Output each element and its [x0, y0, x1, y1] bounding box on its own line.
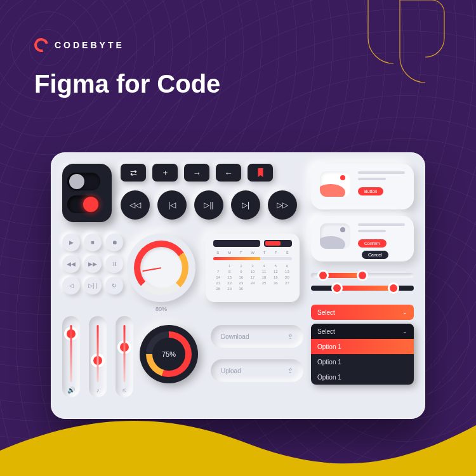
select-primary[interactable]: Select ⌄ [311, 305, 414, 320]
calendar-day[interactable]: 27 [282, 281, 292, 285]
calendar-day[interactable]: 16 [236, 275, 246, 279]
toggle-off[interactable] [67, 173, 100, 190]
mini-skip[interactable]: ▷|·| [84, 277, 102, 294]
chevron-down-icon: ⌄ [402, 309, 407, 315]
calendar-day[interactable]: 21 [213, 281, 223, 285]
toggle-on[interactable] [67, 195, 100, 213]
mini-play[interactable]: ▶ [62, 234, 80, 251]
calendar-day[interactable]: 20 [282, 275, 292, 279]
calendar-day[interactable]: 26 [271, 281, 281, 285]
decorative-wave [0, 406, 476, 476]
card1-button[interactable]: Button [358, 187, 383, 195]
mini-prev[interactable]: ◁ [62, 277, 80, 294]
calendar-day[interactable]: 17 [248, 275, 257, 279]
arrow-left-button[interactable]: ← [216, 164, 241, 182]
calendar-day[interactable]: 18 [260, 275, 269, 279]
dropdown-option[interactable]: Option 1 [311, 354, 414, 369]
mini-stop[interactable]: ■ [84, 234, 102, 251]
calendar-day[interactable]: 29 [225, 287, 234, 291]
shuffle-button[interactable]: ⇄ [121, 164, 146, 182]
image-thumb-icon [320, 223, 350, 249]
calendar-day[interactable]: 8 [225, 270, 234, 274]
music-slider[interactable]: ♪ [89, 316, 107, 397]
bookmark-icon [257, 168, 264, 177]
dropdown-header[interactable]: Select ⌄ [311, 324, 414, 339]
calendar-day[interactable]: 3 [248, 264, 257, 268]
levels-slider[interactable]: ⎋ [116, 316, 133, 397]
speed-gauge: 80% [127, 234, 195, 302]
calendar-day[interactable]: 5 [271, 264, 281, 268]
calendar-day[interactable]: 7 [213, 270, 223, 274]
calendar-day[interactable]: 19 [271, 275, 281, 279]
calendar-progress [213, 257, 292, 260]
range-slider-light[interactable] [311, 273, 414, 278]
calendar-day[interactable]: 4 [260, 264, 269, 268]
bookmark-button[interactable] [248, 164, 273, 182]
image-card-1: Button [311, 164, 414, 209]
dropdown-option[interactable]: Option 1 [311, 369, 414, 385]
calendar-day[interactable] [248, 287, 257, 291]
progress-ring: 75% [140, 325, 198, 383]
volume-icon: 🔊 [67, 387, 75, 393]
music-icon: ♪ [96, 387, 100, 393]
card2-cancel-button[interactable]: Cancel [362, 251, 388, 259]
mini-rewind[interactable]: ◀◀ [62, 255, 80, 273]
mini-ffwd[interactable]: ▶▶ [84, 255, 102, 273]
mini-record[interactable]: ⏺ [105, 234, 123, 251]
calendar-day[interactable]: 1 [225, 264, 234, 268]
calendar-day[interactable]: 25 [260, 281, 269, 285]
calendar-day[interactable]: 11 [260, 270, 269, 274]
calendar-day[interactable]: 15 [225, 275, 234, 279]
calendar-day[interactable]: 6 [282, 264, 292, 268]
upload-label: Upload [221, 367, 241, 374]
calendar-day[interactable] [213, 264, 223, 268]
toggle-block [62, 164, 112, 222]
image-thumb-icon [320, 171, 350, 197]
mini-playback-grid: ▶ ■ ⏺ ◀◀ ▶▶ ⏸ ◁ ▷|·| ↻ [62, 234, 121, 294]
calendar-day[interactable]: 2 [236, 264, 246, 268]
rewind-button[interactable]: ◁◁ [121, 190, 150, 220]
calendar-day[interactable]: 10 [248, 270, 257, 274]
next-button[interactable]: ▷| [231, 190, 260, 220]
upload-icon: ⇪ [288, 367, 293, 375]
gauge-value: 80% [155, 306, 167, 312]
range-slider-dark[interactable] [311, 286, 414, 291]
select-dropdown: Select ⌄ Option 1 Option 1 Option 1 [311, 324, 414, 385]
card2-confirm-button[interactable]: Confirm [358, 239, 387, 248]
page-title: Figma for Code [34, 70, 220, 98]
add-button[interactable]: ＋ [152, 164, 178, 182]
calendar-day[interactable]: 24 [248, 281, 257, 285]
levels-icon: ⎋ [122, 387, 126, 393]
decorative-corner [355, 0, 457, 102]
calendar-day[interactable]: 30 [236, 287, 246, 291]
mini-loop[interactable]: ↻ [105, 277, 123, 294]
play-pause-button[interactable]: ▷|| [194, 190, 223, 220]
select-label: Select [317, 309, 335, 316]
ui-kit-panel: ⇄ ＋ → ← ◁◁ |◁ ▷|| ▷| ▷▷ ▶ ■ ⏺ ◀◀ ▶▶ ⏸ ◁ … [51, 152, 425, 419]
calendar-day[interactable]: 12 [271, 270, 281, 274]
progress-value: 75% [152, 338, 185, 371]
volume-slider[interactable]: 🔊 [62, 316, 80, 397]
calendar-day[interactable]: 22 [225, 281, 234, 285]
upload-field[interactable]: Upload ⇪ [211, 359, 303, 382]
mini-pause[interactable]: ⏸ [105, 255, 123, 273]
download-icon: ⇪ [288, 333, 293, 341]
calendar-day[interactable]: 23 [236, 281, 246, 285]
image-card-2: ConfirmCancel [311, 216, 414, 261]
arrow-right-button[interactable]: → [184, 164, 209, 182]
download-label: Download [221, 333, 249, 340]
calendar-day[interactable]: 9 [236, 270, 246, 274]
chevron-down-icon: ⌄ [402, 328, 407, 334]
calendar-widget[interactable]: SMTWTFS 12345678910111213141516171819202… [206, 234, 300, 302]
logo-icon [32, 36, 51, 55]
dropdown-option-selected[interactable]: Option 1 [311, 339, 414, 354]
calendar-day[interactable]: 13 [282, 270, 292, 274]
brand: CODEBYTE [34, 38, 124, 52]
download-field[interactable]: Download ⇪ [211, 325, 303, 348]
brand-name: CODEBYTE [55, 40, 124, 50]
calendar-day[interactable]: 14 [213, 275, 223, 279]
previous-button[interactable]: |◁ [157, 190, 187, 220]
fast-forward-button[interactable]: ▷▷ [268, 190, 297, 220]
calendar-day[interactable]: 28 [213, 287, 223, 291]
